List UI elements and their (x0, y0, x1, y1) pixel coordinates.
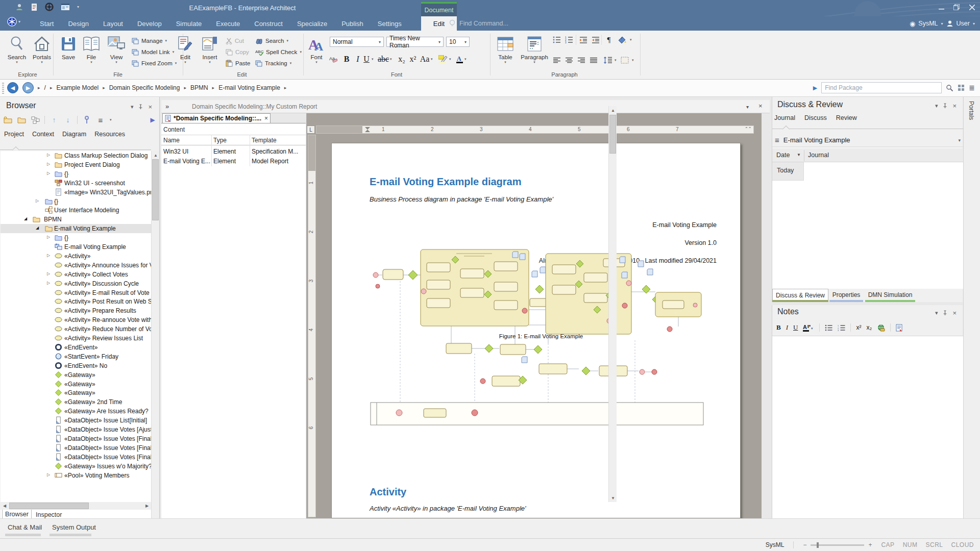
bold-button[interactable]: B (341, 54, 352, 64)
locate-icon[interactable] (82, 115, 91, 124)
ribbon-tab-settings[interactable]: Settings (371, 16, 409, 31)
expand-icon[interactable]: ▷ (47, 235, 50, 239)
docwin-close-icon[interactable]: × (758, 102, 763, 110)
paste-button[interactable]: Paste (226, 58, 250, 68)
close-button[interactable] (968, 3, 976, 11)
fill-color-caret[interactable]: ▾ (630, 38, 632, 42)
tree-item[interactable]: «StartEvent» Friday (1, 352, 151, 361)
zoom-slider[interactable]: − + (803, 541, 872, 548)
file-button[interactable]: File▾ (81, 34, 102, 64)
notes-font-color-button[interactable]: A▾ (803, 324, 814, 332)
tab-list-icon[interactable]: » (165, 103, 169, 110)
notes-numbered-list-button[interactable]: 123 (838, 324, 845, 331)
new-package-icon[interactable] (3, 115, 12, 124)
notes-hyperlink-button[interactable] (877, 324, 885, 332)
view-button[interactable]: View▾ (104, 34, 129, 64)
find-command-box[interactable]: Find Command... (449, 16, 508, 31)
docwin-menu-chevron[interactable]: ▾ (746, 104, 749, 110)
output-tab-chat-mail[interactable]: Chat & Mail (8, 523, 42, 531)
status-perspective[interactable]: SysML (766, 541, 785, 548)
ribbon-tab-specialize[interactable]: Specialize (290, 16, 334, 31)
date-sort-caret[interactable]: ▼ (797, 153, 801, 157)
notes-underline-button[interactable]: U (793, 323, 798, 332)
ribbon-tab-execute[interactable]: Execute (209, 16, 247, 31)
borders-button[interactable] (619, 55, 631, 65)
tree-item[interactable]: ▷Class Markup Selection Dialog (1, 151, 151, 160)
collapse-icon[interactable]: ◢ (36, 226, 39, 230)
tree-horizontal-scrollbar[interactable]: ◀ ▶ (1, 502, 151, 510)
restore-button[interactable] (952, 3, 961, 11)
tree-vertical-scrollbar[interactable]: ▲ ▼ (151, 151, 159, 549)
manage-button[interactable]: Manage▾ (132, 36, 167, 46)
tree-item[interactable]: ▷{} (1, 233, 151, 242)
tree-item[interactable]: «Activity» Post Result on Web Si (1, 297, 151, 306)
tree-item[interactable]: «DataObject» Issue Votes [Ajust (1, 425, 151, 434)
scroll-right-icon[interactable]: ▶ (144, 503, 150, 509)
status-toggle-cloud[interactable]: CLOUD (951, 541, 974, 548)
ribbon-tab-simulate[interactable]: Simulate (169, 16, 209, 31)
ribbon-tab-construct[interactable]: Construct (247, 16, 290, 31)
status-toggle-scrl[interactable]: SCRL (925, 541, 943, 548)
ribbon-search-button[interactable]: Search▾ (255, 36, 288, 46)
document-editor[interactable]: L 1234567 123456 E-mail Voting Example d… (306, 113, 762, 518)
content-cell[interactable]: Model Report (252, 158, 288, 165)
numbered-list-button[interactable]: 123 (564, 35, 575, 45)
breadcrumb-item[interactable]: BPMN (190, 84, 208, 91)
status-toggle-num[interactable]: NUM (903, 541, 918, 548)
tracking-button[interactable]: Tracking▾ (255, 58, 291, 68)
discuss-close-icon[interactable]: × (952, 102, 957, 110)
status-toggle-cap[interactable]: CAP (881, 541, 894, 548)
document-page[interactable]: E-mail Voting Example diagram Business P… (331, 143, 741, 518)
increase-indent-button[interactable] (590, 35, 601, 45)
document-vertical-scrollbar[interactable]: ▲ ▼ (608, 106, 617, 502)
tree-item[interactable]: ▷{} (1, 197, 151, 206)
notes-editor-body[interactable] (772, 336, 963, 518)
edit-button[interactable]: Edit▾ (174, 34, 197, 64)
expand-icon[interactable]: ▷ (47, 162, 50, 166)
browser-hamburger-icon[interactable]: ≡ (96, 115, 105, 124)
find-package-search-icon[interactable] (946, 84, 953, 92)
tree-item[interactable]: Win32 UI - screenshot (1, 179, 151, 188)
content-cell[interactable]: E-mail Voting E... (163, 158, 210, 165)
doc-scroll-down-icon[interactable]: ▼ (610, 495, 616, 501)
tree-item[interactable]: «Activity» Review Issues List (1, 334, 151, 343)
underline-button[interactable]: U (362, 54, 371, 64)
superscript-button[interactable]: x² (407, 54, 419, 64)
align-center-button[interactable] (564, 55, 575, 65)
highlight-button[interactable] (437, 54, 449, 64)
font-size-select[interactable]: 10▾ (446, 37, 470, 47)
notes-menu-chevron[interactable]: ▾ (935, 310, 938, 316)
pilcrow-button[interactable]: ¶ (603, 35, 615, 45)
browser-close-icon[interactable]: × (148, 103, 152, 111)
expand-icon[interactable]: ▷ (47, 153, 50, 157)
scroll-up-icon[interactable]: ▲ (153, 152, 159, 158)
notes-pin-icon[interactable] (943, 310, 947, 316)
tree-item[interactable]: «Gateway» (1, 380, 151, 389)
portals-button[interactable]: Portals▾ (30, 34, 54, 64)
content-column-header[interactable]: Name (163, 137, 180, 144)
line-spacing-caret[interactable]: ▾ (615, 58, 617, 62)
expand-icon[interactable]: ▷ (47, 171, 50, 176)
expand-right-button[interactable]: ▶ (813, 85, 817, 91)
save-button[interactable]: Save (57, 34, 80, 64)
underline-caret[interactable]: ▾ (372, 57, 374, 61)
strikethrough-caret[interactable]: ▾ (390, 57, 392, 61)
tree-item[interactable]: ▷{} (1, 169, 151, 179)
ribbon-tab-develop[interactable]: Develop (130, 16, 169, 31)
nav-back-button[interactable]: ◀ (7, 82, 18, 93)
tree-item[interactable]: «Activity» Re-annouce Vote with (1, 315, 151, 324)
minimize-button[interactable] (937, 3, 945, 11)
tree-item[interactable]: «DataObject» Issue Votes [Final2 (1, 453, 151, 462)
align-right-button[interactable] (576, 55, 587, 65)
titlebar-menu-caret[interactable]: ▾ (77, 5, 79, 9)
journal-column-header[interactable]: Journal (808, 152, 829, 159)
tree-item[interactable]: «Gateway» (1, 388, 151, 397)
contextual-tab-document[interactable]: Document (421, 2, 457, 16)
wheel-icon[interactable] (45, 3, 54, 11)
user-presence-icon[interactable] (15, 3, 23, 11)
font-name-select[interactable]: Times New Roman▾ (386, 37, 444, 47)
new-diagram-icon[interactable] (31, 115, 40, 124)
tree-item[interactable]: «Gateway» Are Issues Ready? (1, 407, 151, 416)
tree-item[interactable]: ◢BPMN (1, 215, 151, 224)
italic-button[interactable]: I (352, 54, 363, 64)
